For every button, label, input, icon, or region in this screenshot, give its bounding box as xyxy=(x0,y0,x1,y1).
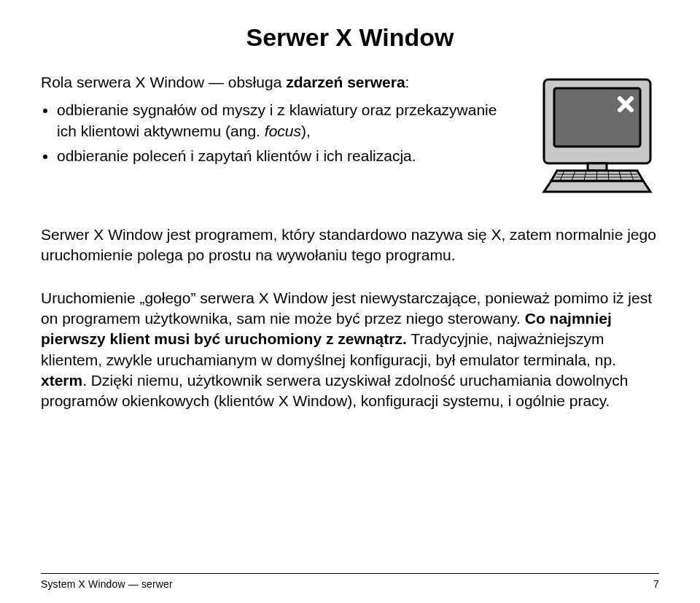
bullet-text-post: ), xyxy=(301,122,311,139)
bullet-text-italic: focus xyxy=(265,122,301,139)
svg-rect-1 xyxy=(554,88,640,147)
page-number: 7 xyxy=(653,578,659,590)
page-title: Serwer X Window xyxy=(41,23,659,52)
list-item: odbieranie sygnałów od myszy i z klawiat… xyxy=(57,100,518,141)
footer-left: System X Window — serwer xyxy=(41,578,173,590)
role-suffix: : xyxy=(405,74,410,90)
role-prefix: Rola serwera X Window — obsługa xyxy=(41,74,286,90)
bullet-list: odbieranie sygnałów od myszy i z klawiat… xyxy=(41,100,518,166)
role-line: Rola serwera X Window — obsługa zdarzeń … xyxy=(41,72,518,93)
bullet-text-pre: odbieranie poleceń i zapytań klientów i … xyxy=(57,147,416,164)
role-bold: zdarzeń serwera xyxy=(286,74,405,90)
para2-e: . Dzięki niemu, użytkownik serwera uzysk… xyxy=(41,372,628,409)
para2-d: xterm xyxy=(41,372,82,389)
page: Serwer X Window Rola serwera X Window — … xyxy=(0,0,700,603)
list-item: odbieranie poleceń i zapytań klientów i … xyxy=(57,146,518,166)
computer-icon xyxy=(535,75,659,198)
footer-block: System X Window — serwer 7 xyxy=(41,573,659,590)
paragraph-1: Serwer X Window jest programem, który st… xyxy=(41,225,659,266)
paragraph-2: Uruchomienie „gołego” serwera X Window j… xyxy=(41,288,659,412)
footer: System X Window — serwer 7 xyxy=(41,574,659,590)
intro-block: Rola serwera X Window — obsługa zdarzeń … xyxy=(41,72,659,198)
intro-text: Rola serwera X Window — obsługa zdarzeń … xyxy=(41,72,518,171)
